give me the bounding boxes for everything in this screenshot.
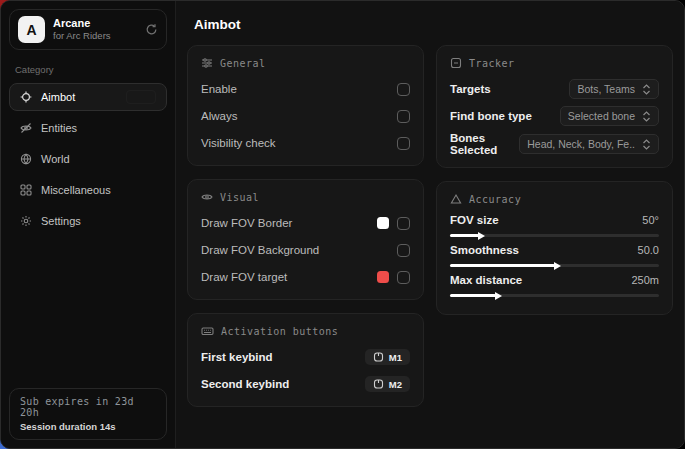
fov-size-slider[interactable] [450, 234, 659, 237]
subscription-info: Sub expires in 23d 20h Session duration … [9, 388, 167, 440]
brand-logo: A [18, 16, 45, 43]
targets-dropdown[interactable]: Bots, Teams [569, 79, 659, 99]
aimbot-keybind-hint [126, 90, 156, 104]
card-title: General [220, 58, 266, 69]
slider-thumb[interactable] [478, 232, 485, 240]
card-title: Visual [220, 192, 259, 203]
crosshair-icon [20, 91, 32, 103]
session-duration-text: Session duration 14s [20, 421, 156, 432]
keybind-value: M1 [389, 352, 402, 363]
triangle-icon [450, 193, 462, 205]
tracker-box-icon [450, 57, 462, 69]
card-title: Activation buttons [221, 326, 338, 337]
eye-icon [201, 191, 213, 203]
enable-checkbox[interactable] [397, 83, 410, 96]
fov-target-checkbox[interactable] [397, 271, 410, 284]
smoothness-slider[interactable] [450, 264, 659, 267]
sidebar-item-miscellaneous[interactable]: Miscellaneous [9, 176, 167, 204]
setting-label: Visibility check [201, 137, 276, 149]
card-title: Accuracy [469, 194, 521, 205]
general-card: General Enable Always Visibility check [187, 45, 424, 166]
setting-label: Targets [450, 83, 491, 95]
globe-icon [20, 153, 32, 165]
unfold-chevrons-icon [642, 84, 651, 95]
left-column: General Enable Always Visibility check [187, 45, 424, 407]
slider-thumb[interactable] [495, 292, 502, 300]
setting-row-always: Always [201, 105, 410, 127]
bones-selected-dropdown[interactable]: Head, Neck, Body, Fe.. [519, 134, 659, 154]
always-checkbox[interactable] [397, 110, 410, 123]
slider-label: Max distance [450, 274, 522, 286]
sidebar-item-label: Entities [41, 122, 77, 134]
sidebar-item-label: Settings [41, 215, 81, 227]
first-keybind-button[interactable]: M1 [365, 349, 410, 365]
setting-row-first-keybind: First keybind M1 [201, 346, 410, 368]
slider-value: 50.0 [638, 244, 659, 256]
dropdown-value: Bots, Teams [577, 83, 635, 95]
setting-row-targets: Targets Bots, Teams [450, 78, 659, 100]
max-distance-slider[interactable] [450, 294, 659, 297]
setting-row-fov-background: Draw FOV Background [201, 239, 410, 261]
setting-row-fov-target: Draw FOV target [201, 266, 410, 288]
entities-eye-icon [20, 122, 32, 134]
dropdown-value: Head, Neck, Body, Fe.. [527, 138, 635, 150]
setting-label: Second keybind [201, 378, 289, 390]
sliders-icon [201, 57, 213, 69]
fov-size-setting: FOV size 50° [450, 214, 659, 237]
sidebar-item-world[interactable]: World [9, 145, 167, 173]
setting-row-bones-selected: Bones Selected Head, Neck, Body, Fe.. [450, 132, 659, 156]
find-bone-type-dropdown[interactable]: Selected bone [560, 106, 659, 126]
max-distance-setting: Max distance 250m [450, 274, 659, 297]
setting-row-second-keybind: Second keybind M2 [201, 373, 410, 395]
slider-thumb[interactable] [554, 262, 561, 270]
visibility-check-checkbox[interactable] [397, 137, 410, 150]
smoothness-setting: Smoothness 50.0 [450, 244, 659, 267]
setting-label: First keybind [201, 351, 273, 363]
slider-fill [450, 264, 555, 267]
keybind-value: M2 [389, 379, 402, 390]
slider-label: FOV size [450, 214, 499, 226]
sidebar-item-settings[interactable]: Settings [9, 207, 167, 235]
sidebar-item-label: Miscellaneous [41, 184, 111, 196]
sidebar-item-entities[interactable]: Entities [9, 114, 167, 142]
arcane-cheat-window: A Arcane for Arc Riders Category [0, 0, 685, 449]
card-title: Tracker [469, 58, 515, 69]
keyboard-icon [201, 325, 214, 337]
sidebar-item-aimbot[interactable]: Aimbot [9, 83, 167, 111]
accuracy-card: Accuracy FOV size 50° [436, 181, 673, 315]
setting-label: Always [201, 110, 237, 122]
slider-label: Smoothness [450, 244, 519, 256]
tracker-card: Tracker Targets Bots, Teams [436, 45, 673, 168]
sidebar: A Arcane for Arc Riders Category [1, 1, 176, 448]
setting-row-visibility-check: Visibility check [201, 132, 410, 154]
setting-label: Draw FOV Background [201, 244, 319, 256]
refresh-icon[interactable] [145, 23, 158, 36]
fov-background-checkbox[interactable] [397, 244, 410, 257]
category-label: Category [15, 64, 161, 75]
fov-border-checkbox[interactable] [397, 217, 410, 230]
setting-row-find-bone-type: Find bone type Selected bone [450, 105, 659, 127]
unfold-chevrons-icon [642, 139, 651, 150]
desktop-background: A Arcane for Arc Riders Category [0, 0, 685, 449]
brand-subtitle: for Arc Riders [53, 30, 137, 42]
page-title: Aimbot [194, 17, 673, 32]
fov-border-color-swatch[interactable] [377, 217, 389, 229]
setting-row-fov-border: Draw FOV Border [201, 212, 410, 234]
main-content: Aimbot General [176, 1, 684, 448]
visual-card: Visual Draw FOV Border Draw FOV Backgrou… [187, 179, 424, 300]
activation-buttons-card: Activation buttons First keybind M1 [187, 313, 424, 407]
setting-label: Draw FOV Border [201, 217, 292, 229]
setting-row-enable: Enable [201, 78, 410, 100]
sidebar-item-label: World [41, 153, 70, 165]
fov-target-color-swatch[interactable] [377, 271, 389, 283]
second-keybind-button[interactable]: M2 [365, 376, 410, 392]
sidebar-nav: Aimbot Entities [9, 83, 167, 235]
sidebar-item-label: Aimbot [41, 91, 75, 103]
slider-fill [450, 234, 479, 237]
sub-expiry-text: Sub expires in 23d 20h [20, 396, 156, 418]
brand-header: A Arcane for Arc Riders [9, 9, 167, 50]
dropdown-value: Selected bone [568, 110, 635, 122]
unfold-chevrons-icon [642, 111, 651, 122]
slider-value: 250m [631, 274, 659, 286]
mouse-icon [373, 352, 384, 362]
